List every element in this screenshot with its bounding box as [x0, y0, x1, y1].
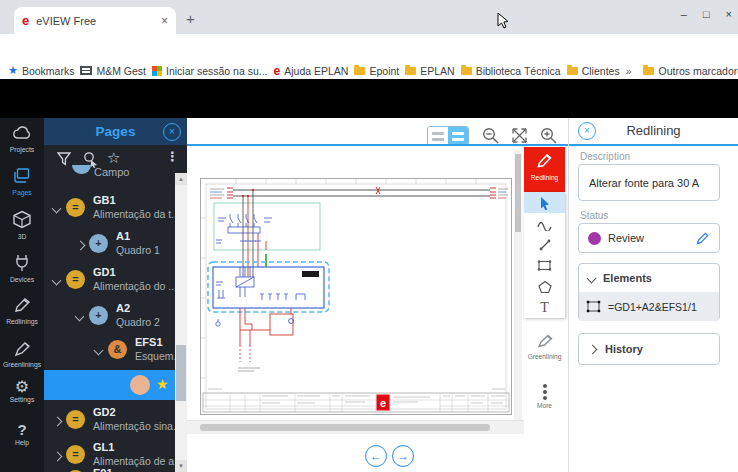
bookmark-item[interactable]: M&M Gest [80, 65, 146, 77]
bookmarks-overflow-icon[interactable]: » [626, 65, 632, 77]
folder-icon [354, 67, 365, 75]
microsoft-icon [152, 66, 162, 76]
drawing-canvas: e ← → [187, 118, 524, 472]
scrollbar-thumb[interactable] [515, 154, 521, 232]
description-input[interactable] [579, 165, 719, 200]
tree-item-gd1[interactable]: = GD1 Alimentação do ... [44, 265, 175, 301]
elements-section: Elements =GD1+A2&EFS1/1 [578, 263, 720, 321]
polygon-tool[interactable] [524, 276, 565, 297]
text-tool[interactable]: T [524, 297, 565, 318]
bookmark-item[interactable]: ★ Bookmarks [8, 64, 74, 77]
chevron-down-icon[interactable] [75, 312, 85, 322]
rail-item-settings[interactable]: ⚙ Settings [0, 377, 44, 420]
status-color-dot [588, 232, 601, 245]
line-icon [537, 237, 553, 253]
element-list-item[interactable]: =GD1+A2&EFS1/1 [579, 292, 719, 321]
chevron-right-icon[interactable] [53, 452, 63, 462]
freehand-tool[interactable] [524, 213, 565, 234]
edit-pencil-icon[interactable] [695, 231, 710, 246]
tree-item-selected-page[interactable]: ★ [44, 370, 175, 400]
more-tools-button[interactable]: More [524, 382, 565, 409]
zoom-fit-icon[interactable] [510, 126, 529, 145]
redlining-mode-button[interactable]: Redlining [524, 147, 565, 192]
rail-item-pages[interactable]: Pages [0, 162, 44, 205]
rail-item-3d[interactable]: 3D [0, 205, 44, 248]
schematic-page[interactable]: e [200, 178, 512, 416]
browser-tab[interactable]: e eVIEW Free × [14, 7, 176, 34]
chevron-right-icon[interactable] [76, 241, 86, 251]
rail-item-help[interactable]: ? Help [0, 420, 44, 463]
question-icon: ? [0, 420, 44, 439]
folder-icon [567, 67, 578, 75]
bookmark-folder[interactable]: Epoint [354, 65, 399, 77]
canvas-hscrollbar[interactable] [187, 420, 524, 434]
close-panel-icon[interactable]: × [578, 122, 596, 140]
bookmark-folder[interactable]: Clientes [567, 65, 620, 77]
select-tool[interactable] [524, 192, 565, 213]
chevron-down-icon[interactable] [52, 204, 62, 214]
bookmark-item[interactable]: e Ajuda EPLAN [274, 65, 349, 77]
filter-funnel-icon[interactable] [56, 151, 72, 167]
tree-item-a1[interactable]: + A1 Quadro 1 [44, 229, 175, 265]
close-panel-icon[interactable]: × [163, 123, 181, 141]
elements-label: Elements [603, 272, 652, 284]
chevron-right-icon[interactable] [53, 417, 63, 427]
pages-scrollbar[interactable]: ▲ ▼ [175, 173, 187, 472]
single-view-button[interactable] [428, 127, 448, 145]
tab-close-icon[interactable]: × [161, 14, 168, 28]
cube-icon [12, 210, 32, 229]
minimize-button[interactable]: – [681, 8, 687, 20]
panel-menu-icon[interactable]: ⋮ [166, 149, 179, 164]
line-tool[interactable] [524, 234, 565, 255]
maximize-button[interactable]: □ [703, 8, 710, 20]
element-name: =GD1+A2&EFS1/1 [608, 301, 697, 313]
status-field[interactable]: Review [578, 223, 720, 253]
location-badge: = [66, 270, 85, 289]
tree-item-campo[interactable]: Campo [44, 168, 175, 190]
bookmark-folder[interactable]: EPLAN [405, 65, 454, 77]
bookmark-folder[interactable]: Biblioteca Técnica [461, 65, 561, 77]
rail-item-projects[interactable]: Projects [0, 120, 44, 163]
window-controls: – □ × [681, 0, 732, 28]
tree-item-gd2[interactable]: = GD2 Alimentação sina... [44, 405, 175, 441]
scrollbar-thumb[interactable] [176, 345, 186, 401]
next-page-button[interactable]: → [392, 445, 414, 467]
greenlining-mode-button[interactable]: Greenlining [524, 332, 565, 360]
rail-item-greenlinings[interactable]: Greenlinings [0, 334, 44, 377]
elements-header[interactable]: Elements [579, 264, 719, 292]
new-tab-button[interactable]: + [186, 10, 195, 27]
tree-item-a2[interactable]: + A2 Quadro 2 [44, 301, 175, 337]
chevron-down-icon [587, 273, 597, 283]
squiggle-icon [536, 217, 553, 231]
tree-item-efs1[interactable]: & EFS1 Esquem... [44, 337, 175, 370]
tree-item-e01[interactable]: = E01 [44, 466, 175, 472]
split-view-button[interactable] [448, 127, 468, 145]
zoom-out-icon[interactable] [481, 126, 500, 145]
previous-page-button[interactable]: ← [365, 445, 387, 467]
plug-icon [13, 253, 31, 272]
close-window-button[interactable]: × [726, 8, 732, 20]
scrollbar-thumb[interactable] [200, 424, 490, 431]
canvas-vscrollbar[interactable] [514, 150, 522, 420]
scroll-down-icon[interactable]: ▼ [175, 460, 187, 472]
favorites-filter-icon[interactable]: ☆ [107, 149, 120, 167]
rail-item-redlinings[interactable]: Redlinings [0, 291, 44, 334]
history-section[interactable]: History [578, 333, 720, 365]
toolbar-divider [187, 144, 568, 146]
chevron-down-icon[interactable] [94, 346, 104, 356]
tool-stack: T [524, 192, 565, 318]
location-badge: = [66, 445, 85, 464]
tree-item-gb1[interactable]: = GB1 Alimentação da t... [44, 193, 175, 229]
favorite-star-icon[interactable]: ★ [156, 376, 169, 392]
chevron-down-icon[interactable] [52, 276, 62, 286]
zoom-in-icon[interactable] [539, 126, 558, 145]
device-badge: + [89, 234, 108, 253]
rectangle-tool[interactable] [524, 255, 565, 276]
chevron-right-icon [588, 344, 598, 354]
gear-icon: ⚙ [0, 377, 44, 396]
rail-item-devices[interactable]: Devices [0, 248, 44, 291]
location-badge: = [66, 410, 85, 429]
other-bookmarks[interactable]: Outros marcadores [643, 65, 738, 77]
scroll-up-icon[interactable]: ▲ [175, 173, 187, 185]
bookmark-item[interactable]: Iniciar sessão na su... [152, 65, 268, 77]
